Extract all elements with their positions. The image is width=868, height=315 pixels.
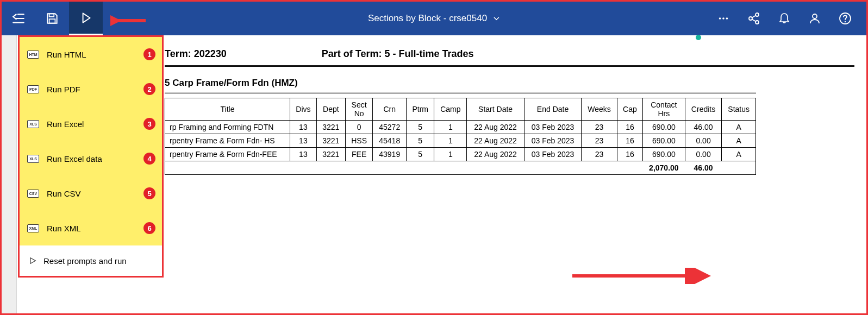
run-item-run-excel-data[interactable]: XLSRun Excel data4	[20, 141, 162, 176]
reset-label: Reset prompts and run	[43, 256, 127, 266]
menu-lines-icon	[11, 11, 26, 26]
format-badge: XLS	[27, 155, 39, 163]
step-number-badge: 5	[143, 187, 155, 199]
save-button[interactable]	[35, 2, 69, 35]
pot-value: 5 - Full-time Trades	[385, 48, 474, 59]
svg-point-8	[813, 14, 817, 18]
table-row: rp Framing and Forming FDTN1332210452725…	[165, 121, 756, 134]
run-item-run-csv[interactable]: CSVRun CSV5	[20, 176, 162, 211]
run-menu-highlight: HTMRun HTML1PDFRun PDF2XLSRun Excel3XLSR…	[20, 37, 162, 245]
notifications-button[interactable]	[771, 2, 798, 35]
svg-point-2	[719, 17, 721, 20]
help-button[interactable]	[832, 2, 859, 35]
step-number-badge: 3	[143, 118, 155, 130]
play-outline-icon	[28, 256, 37, 265]
cell-title: rpentry Frame & Form Fdn- HS	[165, 134, 290, 148]
svg-rect-1	[49, 19, 55, 23]
cell-contact: 690.00	[642, 148, 685, 161]
cell-credits: 46.00	[685, 121, 722, 134]
run-item-run-xml[interactable]: XMLRun XML6	[20, 211, 162, 245]
cell-end: 03 Feb 2023	[524, 121, 581, 134]
page-title: Sections by Block - crse0540	[368, 13, 487, 24]
cell-divs: 13	[290, 121, 317, 134]
table-row: rpentry Frame & Form Fdn-FEE133221FEE439…	[165, 148, 756, 161]
sections-table: Title Divs Dept SectNo Crn Ptrm Camp Sta…	[165, 98, 756, 175]
cell-camp: 1	[434, 148, 467, 161]
reset-prompts-item[interactable]: Reset prompts and run	[20, 245, 162, 276]
col-cap: Cap	[617, 98, 642, 121]
run-item-run-pdf[interactable]: PDFRun PDF2	[20, 72, 162, 106]
col-status: Status	[722, 98, 756, 121]
col-start: Start Date	[467, 98, 524, 121]
run-item-label: Run CSV	[47, 189, 81, 198]
cell-end: 03 Feb 2023	[524, 134, 581, 148]
col-crn: Crn	[373, 98, 407, 121]
total-contact: 2,070.00	[642, 161, 685, 175]
run-item-label: Run Excel data	[47, 154, 102, 163]
cell-cap: 16	[617, 134, 642, 148]
svg-point-7	[755, 21, 759, 24]
toolbar-right	[710, 2, 866, 35]
run-item-run-html[interactable]: HTMRun HTML1	[20, 37, 162, 72]
cell-end: 03 Feb 2023	[524, 148, 581, 161]
term-value: 202230	[194, 48, 227, 59]
cell-weeks: 23	[582, 148, 617, 161]
cell-status: A	[722, 121, 756, 134]
term-label: Term:	[165, 48, 191, 59]
toolbar-left	[2, 2, 103, 35]
cell-sect: FEE	[345, 148, 373, 161]
col-ptrm: Ptrm	[407, 98, 434, 121]
user-icon	[808, 12, 821, 25]
cell-cap: 16	[617, 148, 642, 161]
share-button[interactable]	[740, 2, 767, 35]
col-credits: Credits	[685, 98, 722, 121]
save-icon	[45, 11, 59, 26]
cell-dept: 3221	[316, 121, 345, 134]
run-menu: HTMRun HTML1PDFRun PDF2XLSRun Excel3XLSR…	[18, 35, 164, 278]
more-button[interactable]	[710, 2, 737, 35]
annotation-arrow-bottom	[570, 268, 711, 284]
cell-status: A	[722, 134, 756, 148]
col-camp: Camp	[434, 98, 467, 121]
cell-dept: 3221	[316, 134, 345, 148]
format-badge: CSV	[27, 190, 39, 198]
cell-contact: 690.00	[642, 121, 685, 134]
col-weeks: Weeks	[582, 98, 617, 121]
user-button[interactable]	[801, 2, 828, 35]
format-badge: PDF	[27, 85, 39, 93]
run-item-run-excel[interactable]: XLSRun Excel3	[20, 106, 162, 141]
cell-divs: 13	[290, 134, 317, 148]
cell-start: 22 Aug 2022	[467, 121, 524, 134]
cell-start: 22 Aug 2022	[467, 134, 524, 148]
run-item-label: Run XML	[47, 224, 81, 233]
cell-crn: 43919	[373, 148, 407, 161]
share-icon	[747, 12, 760, 25]
run-item-label: Run Excel	[47, 119, 84, 129]
run-item-label: Run HTML	[47, 50, 86, 59]
step-number-badge: 1	[143, 48, 155, 60]
cell-cap: 16	[617, 121, 642, 134]
run-button[interactable]	[69, 2, 103, 35]
cell-dept: 3221	[316, 148, 345, 161]
svg-rect-0	[49, 14, 54, 16]
cell-ptrm: 5	[407, 148, 434, 161]
menu-toggle-button[interactable]	[2, 2, 35, 35]
cell-weeks: 23	[582, 134, 617, 148]
step-number-badge: 4	[143, 153, 155, 165]
chevron-down-icon	[492, 15, 500, 22]
cell-weeks: 23	[582, 121, 617, 134]
cell-sect: HSS	[345, 134, 373, 148]
pot-label: Part of Term:	[322, 48, 382, 59]
step-number-badge: 2	[143, 83, 155, 95]
page-title-dropdown[interactable]: Sections by Block - crse0540	[368, 13, 500, 24]
table-header: Title Divs Dept SectNo Crn Ptrm Camp Sta…	[165, 98, 756, 121]
col-end: End Date	[524, 98, 581, 121]
help-icon	[839, 12, 852, 25]
indicator-dot	[696, 35, 701, 40]
cell-contact: 690.00	[642, 134, 685, 148]
cell-status: A	[722, 148, 756, 161]
format-badge: HTM	[27, 51, 39, 59]
run-item-label: Run PDF	[47, 85, 80, 94]
col-divs: Divs	[290, 98, 317, 121]
cell-ptrm: 5	[407, 134, 434, 148]
